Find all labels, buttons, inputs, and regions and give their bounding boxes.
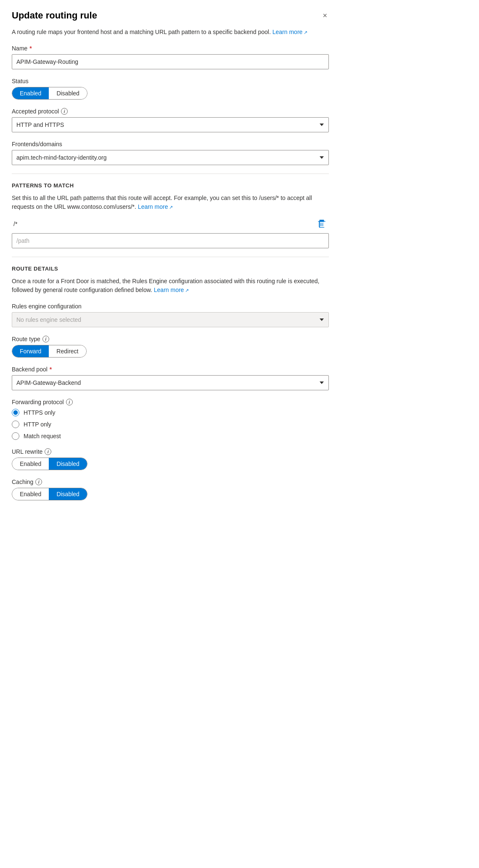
panel-header: Update routing rule × [12, 10, 329, 21]
forwarding-https-only-radio[interactable] [12, 409, 19, 416]
status-field-group: Status Enabled Disabled [12, 78, 329, 100]
route-type-toggle-group: Forward Redirect [12, 345, 87, 358]
backend-pool-field-group: Backend pool * APIM-Gateway-Backend [12, 366, 329, 390]
frontends-select-wrapper: apim.tech-mind-factory-identity.org [12, 150, 329, 165]
route-details-description: Once a route for a Front Door is matched… [12, 277, 329, 295]
name-label: Name * [12, 45, 329, 52]
svg-rect-3 [323, 223, 323, 226]
update-routing-rule-panel: Update routing rule × A routing rule map… [0, 0, 341, 526]
name-input[interactable] [12, 54, 329, 69]
url-rewrite-info-icon[interactable]: i [45, 448, 51, 455]
status-enabled-button[interactable]: Enabled [12, 87, 49, 99]
route-details-learn-more-link[interactable]: Learn more [154, 287, 189, 293]
pattern-item: /* [12, 218, 329, 230]
accepted-protocol-select[interactable]: HTTP and HTTPS HTTP only HTTPS only [12, 117, 329, 132]
patterns-section-header: PATTERNS TO MATCH [12, 182, 329, 189]
panel-description: A routing rule maps your frontend host a… [12, 28, 329, 37]
route-type-redirect-button[interactable]: Redirect [49, 345, 86, 357]
svg-rect-1 [320, 223, 321, 226]
route-details-section-header: ROUTE DETAILS [12, 266, 329, 272]
name-field-group: Name * [12, 45, 329, 69]
route-type-label: Route type i [12, 336, 329, 342]
rules-engine-select-wrapper: No rules engine selected [12, 312, 329, 327]
pattern-value: /* [13, 221, 17, 227]
caching-disabled-button[interactable]: Disabled [49, 488, 87, 500]
patterns-description: Set this to all the URL path patterns th… [12, 194, 329, 211]
caching-toggle-group: Enabled Disabled [12, 488, 87, 500]
route-type-info-icon[interactable]: i [42, 336, 49, 342]
url-rewrite-toggle-group: Enabled Disabled [12, 458, 87, 470]
divider-2 [12, 257, 329, 257]
forwarding-https-only-option[interactable]: HTTPS only [12, 409, 329, 416]
backend-pool-required-indicator: * [50, 366, 52, 373]
forwarding-http-only-radio[interactable] [12, 421, 19, 428]
accepted-protocol-label: Accepted protocol i [12, 108, 329, 115]
patterns-learn-more-link[interactable]: Learn more [138, 203, 173, 210]
backend-pool-select[interactable]: APIM-Gateway-Backend [12, 375, 329, 390]
forwarding-http-only-label: HTTP only [24, 421, 51, 428]
delete-pattern-button[interactable] [316, 218, 327, 230]
name-required-indicator: * [29, 45, 32, 52]
caching-label: Caching i [12, 479, 329, 485]
close-button[interactable]: × [321, 10, 329, 21]
forwarding-http-only-option[interactable]: HTTP only [12, 421, 329, 428]
svg-rect-0 [319, 221, 324, 222]
url-rewrite-label: URL rewrite i [12, 448, 329, 455]
accepted-protocol-info-icon[interactable]: i [61, 108, 68, 115]
forwarding-https-only-label: HTTPS only [24, 409, 55, 416]
description-learn-more-link[interactable]: Learn more [273, 29, 308, 35]
backend-pool-label: Backend pool * [12, 366, 329, 373]
forwarding-protocol-field-group: Forwarding protocol i HTTPS only HTTP on… [12, 399, 329, 440]
frontends-label: Frontends/domains [12, 141, 329, 147]
url-rewrite-enabled-button[interactable]: Enabled [12, 458, 49, 470]
svg-rect-2 [321, 223, 322, 226]
route-type-field-group: Route type i Forward Redirect [12, 336, 329, 358]
url-rewrite-disabled-button[interactable]: Disabled [49, 458, 87, 470]
caching-info-icon[interactable]: i [35, 479, 42, 485]
forwarding-protocol-radio-group: HTTPS only HTTP only Match request [12, 409, 329, 440]
url-rewrite-field-group: URL rewrite i Enabled Disabled [12, 448, 329, 470]
forwarding-match-request-option[interactable]: Match request [12, 432, 329, 440]
forwarding-match-request-label: Match request [24, 433, 61, 439]
rules-engine-label: Rules engine configuration [12, 303, 329, 310]
rules-engine-field-group: Rules engine configuration No rules engi… [12, 303, 329, 327]
status-label: Status [12, 78, 329, 84]
accepted-protocol-select-wrapper: HTTP and HTTPS HTTP only HTTPS only [12, 117, 329, 132]
route-details-section: ROUTE DETAILS Once a route for a Front D… [12, 266, 329, 295]
route-type-forward-button[interactable]: Forward [12, 345, 49, 357]
frontends-field-group: Frontends/domains apim.tech-mind-factory… [12, 141, 329, 165]
accepted-protocol-field-group: Accepted protocol i HTTP and HTTPS HTTP … [12, 108, 329, 132]
status-toggle-group: Enabled Disabled [12, 87, 87, 100]
forwarding-match-request-radio[interactable] [12, 432, 19, 440]
rules-engine-select[interactable]: No rules engine selected [12, 312, 329, 327]
caching-enabled-button[interactable]: Enabled [12, 488, 49, 500]
backend-pool-select-wrapper: APIM-Gateway-Backend [12, 375, 329, 390]
path-input[interactable] [12, 233, 329, 248]
caching-field-group: Caching i Enabled Disabled [12, 479, 329, 500]
patterns-section: PATTERNS TO MATCH Set this to all the UR… [12, 182, 329, 248]
panel-title: Update routing rule [12, 10, 97, 21]
forwarding-protocol-info-icon[interactable]: i [66, 399, 73, 405]
trash-icon [318, 220, 326, 228]
frontends-select[interactable]: apim.tech-mind-factory-identity.org [12, 150, 329, 165]
forwarding-protocol-label: Forwarding protocol i [12, 399, 329, 405]
divider-1 [12, 174, 329, 174]
status-disabled-button[interactable]: Disabled [49, 87, 87, 99]
